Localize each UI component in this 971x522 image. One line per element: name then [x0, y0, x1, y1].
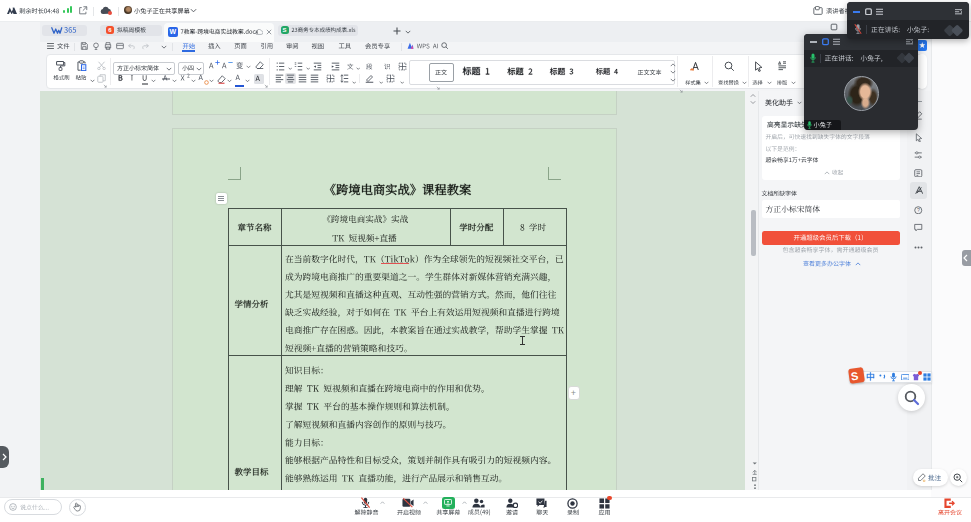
svg-text:?: ? [917, 207, 920, 213]
